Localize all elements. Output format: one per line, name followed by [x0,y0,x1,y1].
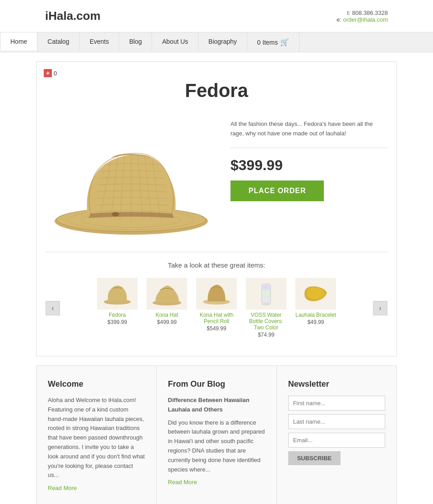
nav-item-about[interactable]: About Us [152,32,198,52]
related-item-price-2: $549.99 [194,325,239,332]
newsletter-title: Newsletter [288,379,385,389]
svg-rect-17 [263,285,270,290]
email-link[interactable]: order@ihala.com [343,16,388,23]
email-input[interactable] [288,433,385,448]
first-name-input[interactable] [288,396,385,411]
logo[interactable]: iHala.com [45,9,101,23]
nav-item-cart[interactable]: 0 Items 🛒 [247,32,299,52]
nav-item-blog[interactable]: Blog [119,32,152,52]
related-item-img-2 [196,278,237,310]
related-item-2[interactable]: Kona Hat with Pencil Roll $549.99 [194,278,239,338]
main-nav: Home Catalog Events Blog About Us Biogra… [0,32,433,52]
related-item-img-3 [246,278,286,310]
plus-badge: + 0 [44,69,57,77]
related-item-name-0: Fedora [95,312,140,318]
product-title: Fedora [46,80,387,102]
related-item-price-0: $399.99 [95,319,140,325]
subscribe-button[interactable]: SUBSCRIBE [288,451,341,465]
svg-point-19 [262,303,271,305]
phone-number: 808.386.3328 [352,9,388,16]
svg-rect-18 [263,291,270,295]
carousel-prev-button[interactable]: ‹ [46,301,60,315]
product-card: + 0 Fedora [36,61,397,356]
related-item-3[interactable]: VOSS Water Bottle Covers: Two Color $74.… [244,278,289,338]
email-label: e: [336,16,341,23]
plus-count: 0 [54,70,57,77]
related-items-list: Fedora $399.99 Kona Hat $499.99 [60,278,373,338]
related-item-name-1: Kona Hat [144,312,189,318]
main-content: + 0 Fedora [0,61,433,504]
related-item-price-1: $499.99 [144,319,189,325]
product-image [46,115,217,250]
welcome-read-more[interactable]: Read More [48,485,77,491]
related-title: Take a look at these great items: [46,261,387,269]
cart-count-label: 0 Items [257,39,278,46]
related-item-0[interactable]: Fedora $399.99 [95,278,140,338]
related-item-img-4 [295,278,336,310]
plus-button[interactable]: + [44,69,52,77]
blog-post-title: Difference Between Hawaiian Lauhala and … [168,396,265,415]
product-price: $399.99 [230,157,387,174]
product-info: All the fashion these days... Fedora's h… [230,115,387,201]
related-item-img-0 [97,278,138,310]
welcome-title: Welcome [48,379,145,389]
related-carousel: ‹ Fedora $399.99 [46,278,387,338]
phone-label: t: [347,9,350,16]
related-item-1[interactable]: Kona Hat $499.99 [144,278,189,338]
related-section: Take a look at these great items: ‹ Fedo… [46,252,387,338]
related-item-img-1 [147,278,187,310]
nav-item-home[interactable]: Home [0,32,37,52]
product-body: All the fashion these days... Fedora's h… [46,115,387,252]
related-item-name-3: VOSS Water Bottle Covers: Two Color [244,312,289,331]
last-name-input[interactable] [288,414,385,429]
blog-title: From Our Blog [168,379,265,389]
related-item-price-4: $49.99 [293,319,338,325]
welcome-text: Aloha and Welcome to iHala.com! Featurin… [48,396,145,480]
nav-item-events[interactable]: Events [80,32,120,52]
blog-section: From Our Blog Difference Between Hawaiia… [156,366,276,504]
footer-sections: Welcome Aloha and Welcome to iHala.com! … [36,365,397,504]
welcome-section: Welcome Aloha and Welcome to iHala.com! … [37,366,156,504]
blog-read-more[interactable]: Read More [168,479,197,486]
contact-info: t: 808.386.3328 e: order@ihala.com [336,9,388,23]
cart-icon: 🛒 [280,38,289,46]
blog-post-excerpt: Did you know there is a difference betwe… [168,418,265,475]
nav-item-catalog[interactable]: Catalog [37,32,79,52]
header: iHala.com t: 808.386.3328 e: order@ihala… [0,0,433,32]
product-image-area [46,115,217,252]
related-item-name-2: Kona Hat with Pencil Roll [194,312,239,324]
product-description: All the fashion these days... Fedora's h… [230,120,387,148]
related-item-4[interactable]: Lauhala Bracelet $49.99 [293,278,338,338]
related-item-price-3: $74.99 [244,332,289,338]
nav-item-biography[interactable]: Biography [198,32,247,52]
related-item-name-4: Lauhala Bracelet [293,312,338,318]
place-order-button[interactable]: PLACE ORDER [230,180,324,201]
carousel-next-button[interactable]: › [373,301,387,315]
newsletter-section: Newsletter SUBSCRIBE [276,366,396,504]
